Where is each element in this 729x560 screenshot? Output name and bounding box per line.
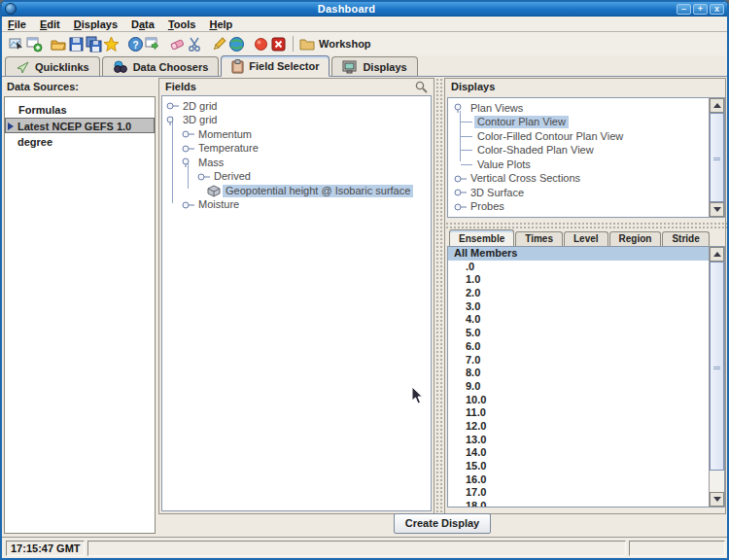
scrollbar-up-button[interactable] bbox=[710, 98, 724, 113]
ensemble-member-row[interactable]: 14.0 bbox=[448, 446, 709, 460]
collapsed-handle-icon[interactable] bbox=[454, 202, 468, 212]
ensemble-member-row[interactable]: 2.0 bbox=[448, 287, 709, 300]
tree-node-contour-plan-view[interactable]: Contour Plan View bbox=[448, 116, 724, 130]
tab-stride[interactable]: Stride bbox=[662, 231, 709, 246]
tab-displays[interactable]: Displays bbox=[331, 56, 417, 76]
expanded-handle-icon[interactable] bbox=[166, 116, 180, 125]
ensemble-member-row[interactable]: All Members bbox=[448, 247, 709, 261]
ensemble-member-row[interactable]: 16.0 bbox=[448, 473, 709, 487]
menu-edit[interactable]: Edit bbox=[40, 18, 60, 30]
tree-node-vertical-cross-sections[interactable]: Vertical Cross Sections bbox=[448, 172, 724, 187]
menu-displays[interactable]: Displays bbox=[74, 18, 118, 30]
data-source-selected[interactable]: Latest NCEP GEFS 1.0 degree bbox=[5, 118, 155, 133]
save-icon[interactable] bbox=[67, 35, 85, 52]
scrollbar-down-button[interactable] bbox=[710, 492, 724, 507]
tree-node-color-filled-contour[interactable]: Color-Filled Contour Plan View bbox=[448, 129, 724, 144]
ensemble-member-row[interactable]: 9.0 bbox=[448, 380, 709, 394]
tree-node-temperature[interactable]: Temperature bbox=[162, 142, 431, 157]
ensemble-member-row[interactable]: 4.0 bbox=[448, 313, 709, 327]
collapsed-handle-icon[interactable] bbox=[454, 174, 468, 184]
tab-level[interactable]: Level bbox=[564, 231, 608, 246]
close-red-icon[interactable] bbox=[269, 35, 287, 52]
tab-field-selector[interactable]: Field Selector bbox=[221, 55, 330, 77]
menu-data[interactable]: Data bbox=[131, 18, 155, 30]
tab-data-choosers[interactable]: Data Choosers bbox=[102, 56, 220, 76]
scrollbar-up-button[interactable] bbox=[710, 247, 724, 262]
ensemble-member-row[interactable]: 18.0 bbox=[448, 500, 709, 508]
tree-branch-line bbox=[461, 150, 472, 151]
tab-times[interactable]: Times bbox=[515, 231, 563, 246]
eraser-icon[interactable] bbox=[168, 35, 186, 52]
minimize-button[interactable]: – bbox=[677, 4, 691, 15]
create-display-button[interactable]: Create Display bbox=[394, 513, 491, 534]
ensemble-member-row[interactable]: 17.0 bbox=[448, 486, 709, 500]
open-folder-icon[interactable] bbox=[50, 35, 67, 52]
ensemble-member-row[interactable]: 6.0 bbox=[448, 340, 709, 354]
tree-node-mass[interactable]: Mass bbox=[162, 156, 431, 170]
ensemble-member-row[interactable]: 10.0 bbox=[448, 394, 709, 407]
menu-help[interactable]: Help bbox=[209, 18, 232, 30]
ensemble-member-row[interactable]: .0 bbox=[448, 261, 709, 274]
tree-node-plan-views[interactable]: Plan Views bbox=[448, 101, 724, 116]
displays-tree-scrollbar[interactable] bbox=[709, 98, 724, 217]
ensemble-member-row[interactable]: 13.0 bbox=[448, 434, 709, 447]
idv-logo-icon bbox=[5, 3, 17, 15]
favorite-star-icon[interactable] bbox=[102, 35, 120, 52]
tab-quicklinks[interactable]: Quicklinks bbox=[5, 56, 100, 76]
tab-ensemble[interactable]: Ensemble bbox=[449, 229, 514, 246]
ensemble-member-row[interactable]: 5.0 bbox=[448, 327, 709, 340]
ensemble-member-row[interactable]: 8.0 bbox=[448, 367, 709, 380]
ensemble-list-scrollbar[interactable] bbox=[709, 247, 724, 507]
collapsed-handle-icon[interactable] bbox=[454, 188, 468, 197]
mouse-cursor bbox=[411, 386, 424, 404]
tab-region[interactable]: Region bbox=[609, 231, 662, 246]
maximize-button[interactable]: + bbox=[693, 4, 708, 15]
ensemble-member-row[interactable]: 12.0 bbox=[448, 420, 709, 434]
scrollbar-thumb[interactable] bbox=[710, 262, 724, 471]
close-button[interactable]: x bbox=[710, 4, 724, 15]
tree-node-2d-grid[interactable]: 2D grid bbox=[162, 99, 431, 114]
ensemble-member-row[interactable]: 3.0 bbox=[448, 300, 709, 314]
new-display-icon[interactable] bbox=[8, 35, 25, 52]
ensemble-member-row[interactable]: 1.0 bbox=[448, 273, 709, 287]
menu-file[interactable]: File bbox=[8, 18, 26, 30]
ensemble-member-row[interactable]: 7.0 bbox=[448, 354, 709, 368]
help-icon[interactable]: ? bbox=[126, 35, 144, 52]
title-bar[interactable]: Dashboard – + x bbox=[2, 2, 727, 17]
scrollbar-down-button[interactable] bbox=[710, 202, 724, 217]
globe-icon[interactable] bbox=[227, 35, 245, 52]
workshop-button[interactable]: Workshop bbox=[299, 37, 371, 51]
collapsed-handle-icon[interactable] bbox=[197, 172, 211, 182]
tree-node-geopotential-height[interactable]: Geopotential height @ Isobaric surface bbox=[162, 184, 431, 198]
vertical-splitter[interactable] bbox=[435, 78, 444, 514]
collapsed-handle-icon[interactable] bbox=[182, 200, 195, 210]
cut-icon[interactable] bbox=[186, 35, 203, 52]
tree-node-color-shaded[interactable]: Color-Shaded Plan View bbox=[448, 144, 724, 158]
data-source-formulas[interactable]: Formulas bbox=[5, 102, 155, 118]
expanded-handle-icon[interactable] bbox=[454, 103, 468, 113]
horizontal-splitter[interactable] bbox=[445, 222, 727, 229]
fields-header: Fields bbox=[165, 81, 196, 92]
tree-node-probes[interactable]: Probes bbox=[448, 200, 724, 215]
collapsed-handle-icon[interactable] bbox=[182, 144, 195, 154]
expanded-handle-icon[interactable] bbox=[182, 158, 195, 167]
new-window-icon[interactable] bbox=[25, 35, 43, 52]
menu-tools[interactable]: Tools bbox=[168, 18, 196, 30]
tree-node-value-plots[interactable]: Value Plots bbox=[448, 158, 724, 172]
tree-node-derived[interactable]: Derived bbox=[162, 170, 431, 185]
tree-node-3d-grid[interactable]: 3D grid bbox=[162, 114, 431, 128]
scrollbar-thumb[interactable] bbox=[710, 113, 724, 202]
tree-node-momentum[interactable]: Momentum bbox=[162, 127, 431, 142]
collapsed-handle-icon[interactable] bbox=[182, 129, 195, 139]
record-icon[interactable] bbox=[252, 35, 269, 52]
tree-node-3d-surface[interactable]: 3D Surface bbox=[448, 186, 724, 200]
tree-node-moisture[interactable]: Moisture bbox=[162, 198, 431, 213]
fields-tree: 2D grid 3D grid Momentum Temperature Mas… bbox=[161, 95, 432, 511]
ensemble-member-row[interactable]: 15.0 bbox=[448, 460, 709, 473]
edit-pencil-icon[interactable] bbox=[210, 35, 227, 52]
data-chooser-icon[interactable] bbox=[144, 35, 161, 52]
ensemble-member-row[interactable]: 11.0 bbox=[448, 406, 709, 420]
collapsed-handle-icon[interactable] bbox=[166, 101, 180, 111]
save-as-icon[interactable] bbox=[85, 35, 102, 52]
search-icon[interactable] bbox=[415, 81, 428, 93]
